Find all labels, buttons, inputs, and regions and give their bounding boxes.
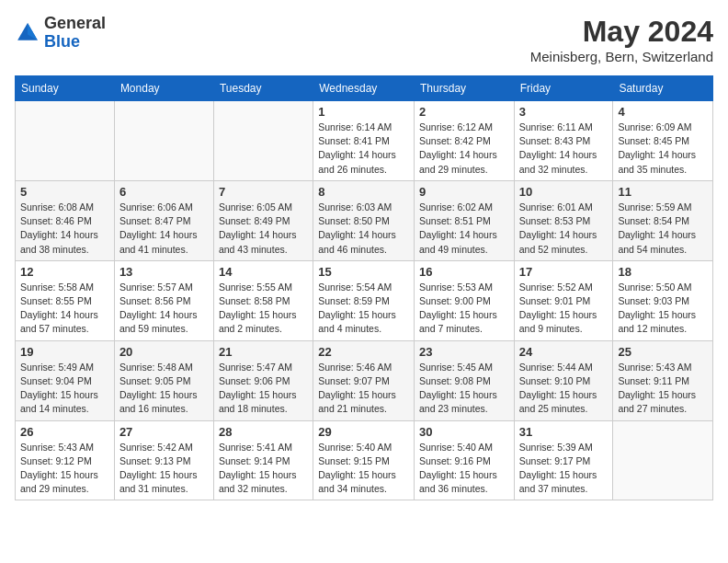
calendar-cell: 29Sunrise: 5:40 AM Sunset: 9:15 PM Dayli… <box>313 420 415 500</box>
day-info: Sunrise: 5:59 AM Sunset: 8:54 PM Dayligh… <box>618 201 708 257</box>
logo-text: General Blue <box>44 15 106 52</box>
calendar-cell: 19Sunrise: 5:49 AM Sunset: 9:04 PM Dayli… <box>16 340 115 420</box>
day-number: 14 <box>219 265 308 279</box>
calendar-cell: 15Sunrise: 5:54 AM Sunset: 8:59 PM Dayli… <box>313 260 415 340</box>
calendar-cell: 14Sunrise: 5:55 AM Sunset: 8:58 PM Dayli… <box>213 260 313 340</box>
day-number: 26 <box>20 425 109 439</box>
day-number: 10 <box>519 185 609 199</box>
calendar-week-row: 12Sunrise: 5:58 AM Sunset: 8:55 PM Dayli… <box>16 260 713 340</box>
day-info: Sunrise: 5:48 AM Sunset: 9:05 PM Dayligh… <box>119 361 209 417</box>
day-number: 15 <box>318 265 409 279</box>
calendar-cell: 10Sunrise: 6:01 AM Sunset: 8:53 PM Dayli… <box>514 180 613 260</box>
calendar-cell: 8Sunrise: 6:03 AM Sunset: 8:50 PM Daylig… <box>313 180 415 260</box>
title-block: May 2024 Meinisberg, Bern, Switzerland <box>530 15 713 64</box>
calendar-cell: 23Sunrise: 5:45 AM Sunset: 9:08 PM Dayli… <box>415 340 515 420</box>
day-info: Sunrise: 5:43 AM Sunset: 9:11 PM Dayligh… <box>618 361 708 417</box>
calendar-cell: 12Sunrise: 5:58 AM Sunset: 8:55 PM Dayli… <box>16 260 115 340</box>
calendar-cell <box>213 101 313 181</box>
calendar-cell: 13Sunrise: 5:57 AM Sunset: 8:56 PM Dayli… <box>114 260 213 340</box>
day-number: 9 <box>419 185 509 199</box>
logo-icon <box>15 20 40 46</box>
calendar-table: SundayMondayTuesdayWednesdayThursdayFrid… <box>15 75 713 500</box>
calendar-week-row: 19Sunrise: 5:49 AM Sunset: 9:04 PM Dayli… <box>16 340 713 420</box>
day-info: Sunrise: 5:46 AM Sunset: 9:07 PM Dayligh… <box>318 361 409 417</box>
day-info: Sunrise: 5:44 AM Sunset: 9:10 PM Dayligh… <box>519 361 609 417</box>
weekday-header-wednesday: Wednesday <box>313 76 415 101</box>
calendar-cell: 26Sunrise: 5:43 AM Sunset: 9:12 PM Dayli… <box>16 420 115 500</box>
weekday-header-tuesday: Tuesday <box>213 76 313 101</box>
day-number: 2 <box>419 105 509 119</box>
calendar-cell: 27Sunrise: 5:42 AM Sunset: 9:13 PM Dayli… <box>114 420 213 500</box>
day-number: 13 <box>119 265 209 279</box>
day-info: Sunrise: 5:49 AM Sunset: 9:04 PM Dayligh… <box>20 361 109 417</box>
day-number: 29 <box>318 425 409 439</box>
day-info: Sunrise: 5:42 AM Sunset: 9:13 PM Dayligh… <box>119 441 209 497</box>
day-info: Sunrise: 5:40 AM Sunset: 9:16 PM Dayligh… <box>419 441 509 497</box>
day-number: 31 <box>519 425 609 439</box>
day-info: Sunrise: 5:57 AM Sunset: 8:56 PM Dayligh… <box>119 281 209 337</box>
calendar-cell: 1Sunrise: 6:14 AM Sunset: 8:41 PM Daylig… <box>313 101 415 181</box>
weekday-header-saturday: Saturday <box>613 76 713 101</box>
day-info: Sunrise: 6:05 AM Sunset: 8:49 PM Dayligh… <box>219 201 308 257</box>
day-info: Sunrise: 6:12 AM Sunset: 8:42 PM Dayligh… <box>419 121 509 177</box>
day-info: Sunrise: 5:55 AM Sunset: 8:58 PM Dayligh… <box>219 281 308 337</box>
calendar-cell: 3Sunrise: 6:11 AM Sunset: 8:43 PM Daylig… <box>514 101 613 181</box>
day-info: Sunrise: 5:52 AM Sunset: 9:01 PM Dayligh… <box>519 281 609 337</box>
weekday-header-sunday: Sunday <box>16 76 115 101</box>
day-number: 27 <box>119 425 209 439</box>
month-year: May 2024 <box>530 15 713 49</box>
day-info: Sunrise: 6:01 AM Sunset: 8:53 PM Dayligh… <box>519 201 609 257</box>
day-info: Sunrise: 6:11 AM Sunset: 8:43 PM Dayligh… <box>519 121 609 177</box>
day-number: 3 <box>519 105 609 119</box>
calendar-cell: 22Sunrise: 5:46 AM Sunset: 9:07 PM Dayli… <box>313 340 415 420</box>
calendar-cell: 16Sunrise: 5:53 AM Sunset: 9:00 PM Dayli… <box>415 260 515 340</box>
day-info: Sunrise: 5:45 AM Sunset: 9:08 PM Dayligh… <box>419 361 509 417</box>
calendar-cell: 25Sunrise: 5:43 AM Sunset: 9:11 PM Dayli… <box>613 340 713 420</box>
calendar-cell <box>114 101 213 181</box>
location: Meinisberg, Bern, Switzerland <box>530 49 713 64</box>
calendar-cell: 28Sunrise: 5:41 AM Sunset: 9:14 PM Dayli… <box>213 420 313 500</box>
day-info: Sunrise: 6:03 AM Sunset: 8:50 PM Dayligh… <box>318 201 409 257</box>
calendar-cell: 6Sunrise: 6:06 AM Sunset: 8:47 PM Daylig… <box>114 180 213 260</box>
calendar-cell: 7Sunrise: 6:05 AM Sunset: 8:49 PM Daylig… <box>213 180 313 260</box>
calendar-cell: 11Sunrise: 5:59 AM Sunset: 8:54 PM Dayli… <box>613 180 713 260</box>
day-info: Sunrise: 6:09 AM Sunset: 8:45 PM Dayligh… <box>618 121 708 177</box>
day-number: 12 <box>20 265 109 279</box>
day-number: 20 <box>119 345 209 359</box>
day-number: 19 <box>20 345 109 359</box>
calendar-week-row: 26Sunrise: 5:43 AM Sunset: 9:12 PM Dayli… <box>16 420 713 500</box>
day-number: 18 <box>618 265 708 279</box>
day-number: 8 <box>318 185 409 199</box>
day-number: 7 <box>219 185 308 199</box>
weekday-header-friday: Friday <box>514 76 613 101</box>
day-number: 22 <box>318 345 409 359</box>
day-info: Sunrise: 5:40 AM Sunset: 9:15 PM Dayligh… <box>318 441 409 497</box>
day-number: 16 <box>419 265 509 279</box>
day-number: 24 <box>519 345 609 359</box>
weekday-header-thursday: Thursday <box>415 76 515 101</box>
day-number: 4 <box>618 105 708 119</box>
calendar-cell: 17Sunrise: 5:52 AM Sunset: 9:01 PM Dayli… <box>514 260 613 340</box>
day-info: Sunrise: 5:54 AM Sunset: 8:59 PM Dayligh… <box>318 281 409 337</box>
calendar-week-row: 1Sunrise: 6:14 AM Sunset: 8:41 PM Daylig… <box>16 101 713 181</box>
calendar-cell: 2Sunrise: 6:12 AM Sunset: 8:42 PM Daylig… <box>415 101 515 181</box>
logo: General Blue <box>15 15 106 52</box>
day-number: 6 <box>119 185 209 199</box>
day-info: Sunrise: 5:47 AM Sunset: 9:06 PM Dayligh… <box>219 361 308 417</box>
calendar-cell: 4Sunrise: 6:09 AM Sunset: 8:45 PM Daylig… <box>613 101 713 181</box>
day-number: 28 <box>219 425 308 439</box>
calendar-cell: 5Sunrise: 6:08 AM Sunset: 8:46 PM Daylig… <box>16 180 115 260</box>
day-info: Sunrise: 6:02 AM Sunset: 8:51 PM Dayligh… <box>419 201 509 257</box>
day-number: 1 <box>318 105 409 119</box>
day-info: Sunrise: 6:06 AM Sunset: 8:47 PM Dayligh… <box>119 201 209 257</box>
calendar-cell: 30Sunrise: 5:40 AM Sunset: 9:16 PM Dayli… <box>415 420 515 500</box>
calendar-cell: 9Sunrise: 6:02 AM Sunset: 8:51 PM Daylig… <box>415 180 515 260</box>
day-info: Sunrise: 5:41 AM Sunset: 9:14 PM Dayligh… <box>219 441 308 497</box>
calendar-week-row: 5Sunrise: 6:08 AM Sunset: 8:46 PM Daylig… <box>16 180 713 260</box>
calendar-cell <box>613 420 713 500</box>
day-number: 23 <box>419 345 509 359</box>
page-header: General Blue May 2024 Meinisberg, Bern, … <box>15 15 713 64</box>
day-number: 21 <box>219 345 308 359</box>
weekday-header-monday: Monday <box>114 76 213 101</box>
day-number: 5 <box>20 185 109 199</box>
